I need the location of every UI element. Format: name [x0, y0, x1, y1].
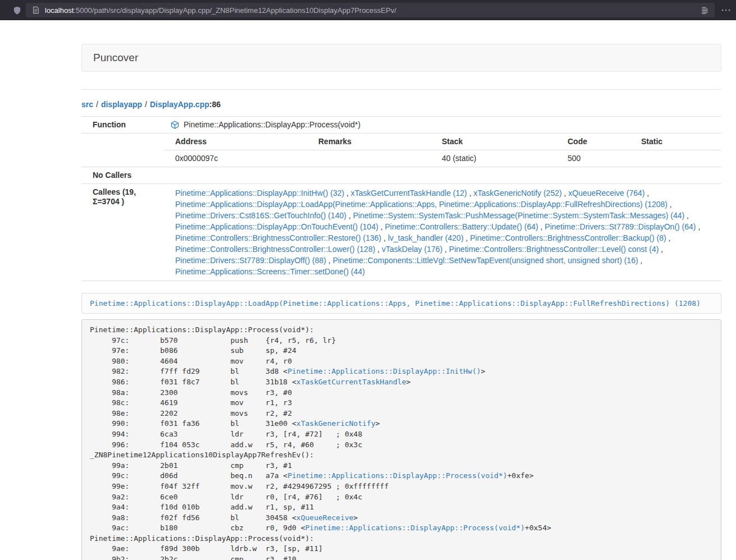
function-type-icon-svg — [171, 121, 179, 129]
breadcrumb-separator: / — [96, 100, 98, 109]
app-header: Puncover — [81, 44, 721, 72]
callee-link[interactable]: Pinetime::Controllers::BrightnessControl… — [175, 233, 381, 242]
reader-mode-icon[interactable] — [700, 6, 709, 15]
url-host: localhost — [45, 6, 74, 15]
callee-link[interactable]: Pinetime::Controllers::Battery::Update()… — [385, 222, 538, 231]
page-icon-svg — [32, 6, 40, 14]
page-icon[interactable] — [31, 6, 40, 15]
code-symbol-link[interactable]: xTaskGenericNotify — [296, 419, 376, 428]
function-row: Function Pinetime::Applications::Display… — [81, 117, 721, 134]
callee-link[interactable]: Pinetime::Drivers::St7789::DisplayOn() (… — [545, 222, 696, 231]
stats-table: Address Remarks Stack Code Static 0x0000… — [164, 134, 721, 167]
disassembly-code: Pinetime::Applications::DisplayApp::Proc… — [81, 319, 721, 560]
callee-link[interactable]: Pinetime::Applications::DisplayApp::OnTo… — [175, 222, 378, 231]
callee-link[interactable]: Pinetime::Controllers::BrightnessControl… — [470, 233, 666, 242]
stats-header-stack: Stack — [437, 134, 563, 150]
symbol-info-table: Function Pinetime::Applications::Display… — [81, 116, 721, 281]
stats-value-row: 0x0000097c 40 (static) 500 — [164, 150, 721, 167]
callee-link[interactable]: xTaskGenericNotify (252) — [473, 189, 561, 198]
main-content: Puncover src/displayapp/DisplayApp.cpp:8… — [81, 44, 721, 560]
stats-row-label — [81, 134, 164, 167]
url-text: localhost:5000/path/src/displayapp/Displ… — [45, 6, 396, 15]
callee-link[interactable]: lv_task_handler (420) — [388, 233, 464, 242]
code-symbol-link[interactable]: Pinetime::Applications::DisplayApp::Init… — [287, 367, 481, 375]
stats-header-row: Address Remarks Stack Code Static — [164, 134, 721, 150]
shield-icon-svg — [13, 6, 21, 15]
breadcrumb-link-src[interactable]: src — [81, 100, 93, 109]
callee-link[interactable]: Pinetime::Components::LittleVgl::SetNewT… — [333, 256, 638, 265]
symbol-panel-link[interactable]: Pinetime::Applications::DisplayApp::Load… — [81, 293, 721, 314]
address-bar[interactable]: localhost:5000/path/src/displayapp/Displ… — [26, 3, 715, 17]
no-callers-cell — [164, 167, 721, 183]
callee-link[interactable]: Pinetime::Controllers::BrightnessControl… — [449, 245, 659, 254]
callee-link[interactable]: Pinetime::Applications::DisplayApp::Init… — [175, 189, 344, 198]
stats-row: Address Remarks Stack Code Static 0x0000… — [81, 134, 721, 167]
stats-header-static: Static — [637, 134, 721, 150]
stats-header-remarks: Remarks — [314, 134, 437, 150]
callee-link[interactable]: Pinetime::System::SystemTask::PushMessag… — [353, 211, 685, 220]
code-symbol-link[interactable]: Pinetime::Applications::DisplayApp::Proc… — [305, 524, 525, 532]
callee-link[interactable]: xTaskGetCurrentTaskHandle (12) — [351, 189, 467, 198]
browser-toolbar: localhost:5000/path/src/displayapp/Displ… — [0, 0, 736, 20]
callees-row: Callees (19, Σ=3704 ) Pinetime::Applicat… — [81, 184, 721, 281]
callee-link[interactable]: xQueueReceive (764) — [568, 189, 644, 198]
stats-value-address: 0x0000097c — [164, 150, 314, 167]
breadcrumb-link-displayapp[interactable]: displayapp — [101, 100, 142, 109]
breadcrumb-line-number: :86 — [209, 100, 221, 109]
code-symbol-link[interactable]: xQueueReceive — [296, 513, 354, 522]
breadcrumb-link-file[interactable]: DisplayApp.cpp — [150, 100, 209, 109]
stats-value-static — [637, 150, 721, 167]
callee-link[interactable]: Pinetime::Drivers::Cst816S::GetTouchInfo… — [175, 211, 346, 220]
function-cell: Pinetime::Applications::DisplayApp::Proc… — [164, 117, 721, 133]
reader-mode-icon-svg — [701, 6, 709, 15]
function-type-icon — [171, 121, 179, 129]
breadcrumb-separator: / — [145, 100, 147, 109]
no-callers-label: No Callers — [81, 167, 164, 183]
callee-link[interactable]: Pinetime::Applications::Screens::Timer::… — [175, 267, 365, 276]
code-symbol-link[interactable]: xTaskGetCurrentTaskHandle — [296, 378, 406, 386]
url-path: :5000/path/src/displayapp/DisplayApp.cpp… — [74, 6, 396, 15]
stats-value-code: 500 — [563, 150, 637, 167]
function-name: Pinetime::Applications::DisplayApp::Proc… — [184, 120, 360, 130]
callee-link[interactable]: vTaskDelay (176) — [382, 245, 442, 254]
stats-value-remarks — [314, 150, 437, 167]
callee-link[interactable]: Pinetime::Applications::DisplayApp::Load… — [175, 200, 668, 209]
stats-value-stack: 40 (static) — [437, 150, 563, 167]
app-title[interactable]: Puncover — [82, 52, 149, 64]
function-label: Function — [81, 117, 164, 133]
stats-header-address: Address — [164, 134, 314, 150]
section-divider — [81, 89, 721, 90]
breadcrumb: src/displayapp/DisplayApp.cpp:86 — [81, 100, 721, 109]
code-symbol-link[interactable]: Pinetime::Applications::DisplayApp::Proc… — [287, 471, 507, 480]
callees-links: Pinetime::Applications::DisplayApp::Init… — [164, 184, 721, 281]
callee-link[interactable]: Pinetime::Controllers::BrightnessControl… — [175, 245, 375, 254]
no-callers-row: No Callers — [81, 167, 721, 184]
stats-header-code: Code — [563, 134, 637, 150]
callee-link[interactable]: Pinetime::Drivers::St7789::DisplayOff() … — [175, 256, 326, 265]
callees-label: Callees (19, Σ=3704 ) — [81, 184, 164, 281]
browser-menu-icon[interactable]: ⋯ — [721, 0, 732, 20]
shield-icon[interactable] — [12, 5, 22, 15]
